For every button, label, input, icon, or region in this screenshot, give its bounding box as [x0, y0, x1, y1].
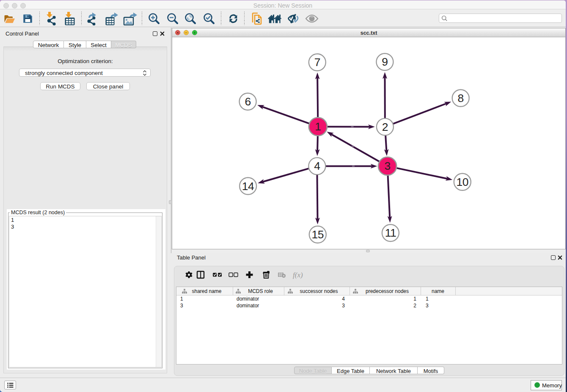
svg-text:f(x): f(x) — [293, 271, 303, 279]
svg-text:6: 6 — [245, 95, 250, 108]
svg-text:1: 1 — [315, 120, 321, 133]
svg-text:3: 3 — [384, 160, 390, 172]
svg-text:15: 15 — [312, 228, 324, 241]
svg-text:14: 14 — [242, 180, 254, 193]
svg-text:9: 9 — [382, 55, 388, 68]
svg-text:4: 4 — [314, 160, 320, 172]
svg-text:2: 2 — [382, 121, 388, 133]
svg-text:10: 10 — [457, 176, 468, 188]
svg-text:7: 7 — [314, 56, 320, 69]
svg-text:8: 8 — [458, 92, 464, 105]
svg-text:11: 11 — [385, 226, 396, 239]
